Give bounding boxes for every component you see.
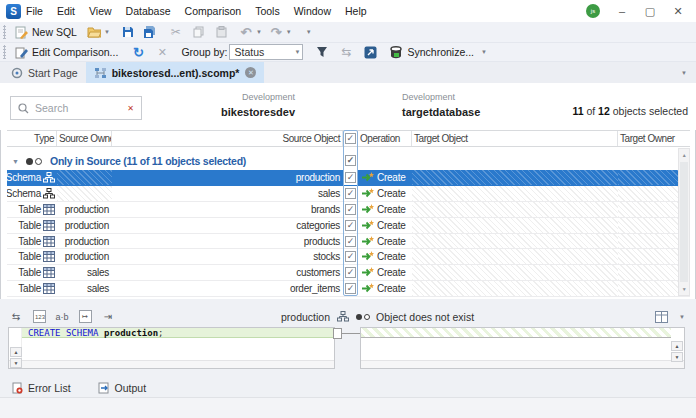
save-icon[interactable]	[121, 25, 135, 39]
cancel-icon[interactable]: ✕	[155, 45, 169, 59]
row-checkbox-cell[interactable]	[343, 202, 358, 217]
refresh-icon[interactable]: ↻	[131, 45, 145, 59]
menu-tools[interactable]: Tools	[248, 2, 287, 20]
search-input[interactable]: Search ✕	[10, 96, 142, 120]
group-checkbox[interactable]	[345, 155, 356, 166]
open-dropdown-caret[interactable]: ▼	[101, 29, 113, 35]
cut-icon[interactable]: ✂	[169, 25, 183, 39]
row-checkbox[interactable]	[345, 172, 356, 183]
row-checkbox[interactable]	[345, 236, 356, 247]
open-file-icon[interactable]	[87, 25, 101, 39]
synchronize-button[interactable]: Synchronize...	[385, 45, 478, 59]
grid-row[interactable]: Table production products Create	[7, 234, 690, 250]
clear-search-icon[interactable]: ✕	[127, 104, 134, 113]
grid-row[interactable]: Table production brands Create	[7, 202, 690, 218]
paste-icon[interactable]	[215, 25, 229, 39]
row-checkbox-cell[interactable]	[343, 281, 358, 296]
menu-view[interactable]: View	[82, 2, 119, 20]
compare-mode-icon[interactable]: ⇆	[9, 310, 23, 324]
close-button[interactable]: ✕	[664, 1, 692, 21]
report-icon[interactable]	[363, 45, 377, 59]
menu-edit[interactable]: Edit	[50, 2, 82, 20]
grid-scrollbar[interactable]: ▲ ▼	[678, 148, 690, 296]
target-hscroll[interactable]	[361, 360, 684, 368]
prev-difference-icon[interactable]: ↦	[78, 310, 92, 324]
grid-row[interactable]: Table production categories Create	[7, 218, 690, 234]
layout-dropdown-caret[interactable]: ▼	[676, 314, 688, 320]
word-compare-icon[interactable]: a·b	[55, 310, 69, 324]
row-operation-cell[interactable]: Create	[358, 186, 412, 201]
target-scroll-buttons[interactable]: ▲▼	[671, 341, 683, 363]
new-sql-button[interactable]: New SQL	[10, 25, 81, 39]
row-checkbox[interactable]	[345, 220, 356, 231]
edit-comparison-button[interactable]: Edit Comparison...	[10, 45, 122, 59]
row-checkbox[interactable]	[345, 188, 356, 199]
source-scroll-buttons[interactable]: ▲▼	[10, 347, 22, 369]
error-list-tab[interactable]: Error List	[10, 381, 71, 395]
menu-comparison[interactable]: Comparison	[178, 2, 249, 20]
row-checkbox-cell[interactable]	[343, 234, 358, 249]
row-checkbox-cell[interactable]	[343, 249, 358, 264]
scroll-up-icon[interactable]: ▲	[679, 150, 689, 160]
menu-help[interactable]: Help	[338, 2, 374, 20]
row-checkbox[interactable]	[345, 267, 356, 278]
tab-document[interactable]: bikestoresd...ent).scomp* ✕	[86, 62, 265, 83]
synchronize-dropdown-caret[interactable]: ▼	[478, 49, 490, 55]
row-checkbox-cell[interactable]	[343, 265, 358, 280]
redo-icon[interactable]: ↷	[269, 25, 283, 39]
row-checkbox[interactable]	[345, 283, 356, 294]
row-operation-cell[interactable]: Create	[358, 218, 412, 233]
menu-file[interactable]: File	[19, 2, 50, 20]
layout-icon[interactable]	[654, 310, 668, 324]
grid-row[interactable]: Schema sales Create	[7, 186, 690, 202]
row-checkbox-cell[interactable]	[343, 186, 358, 201]
filter-icon[interactable]	[315, 45, 329, 59]
group-by-select[interactable]: Status ▼	[229, 44, 303, 60]
row-checkbox-cell[interactable]	[343, 170, 358, 185]
row-operation-cell[interactable]: Create	[358, 281, 412, 296]
user-avatar[interactable]: js	[586, 4, 600, 18]
row-operation-cell[interactable]: Create	[358, 234, 412, 249]
row-checkbox[interactable]	[345, 251, 356, 262]
output-tab[interactable]: Output	[97, 381, 147, 395]
grid-row[interactable]: Table production stocks Create	[7, 249, 690, 265]
grid-row[interactable]: Table sales order_items Create	[7, 281, 690, 297]
scroll-down-icon[interactable]: ▼	[679, 284, 689, 294]
undo-dropdown-caret[interactable]: ▼	[253, 29, 265, 35]
row-checkbox-cell[interactable]	[343, 218, 358, 233]
menu-window[interactable]: Window	[287, 2, 338, 20]
line-numbers-icon[interactable]: 123	[32, 310, 46, 324]
row-operation-cell[interactable]: Create	[358, 202, 412, 217]
column-header-target-owner[interactable]: Target Owner	[618, 131, 678, 146]
copy-icon[interactable]	[192, 25, 206, 39]
row-operation-cell[interactable]: Create	[358, 265, 412, 280]
column-header-target-object[interactable]: Target Object	[412, 131, 618, 146]
target-script-pane[interactable]: ▲▼	[360, 327, 685, 369]
group-collapse-icon[interactable]: ▼	[7, 158, 23, 165]
tab-close-icon[interactable]: ✕	[245, 67, 256, 78]
column-header-operation[interactable]: Operation	[358, 131, 412, 146]
menu-database[interactable]: Database	[119, 2, 178, 20]
grid-row[interactable]: Schema production Create	[7, 170, 690, 186]
redo-dropdown-caret[interactable]: ▼	[283, 29, 295, 35]
group-row-only-in-source[interactable]: ▼ Only in Source (11 of 11 objects selec…	[7, 152, 690, 170]
next-difference-icon[interactable]: ⇥	[101, 310, 115, 324]
row-checkbox[interactable]	[345, 204, 356, 215]
row-operation-cell[interactable]: Create	[358, 170, 412, 185]
swap-icon[interactable]: ⇆	[339, 45, 353, 59]
maximize-button[interactable]: ▢	[636, 1, 664, 21]
select-all-checkbox[interactable]	[345, 133, 356, 144]
column-header-type[interactable]: Type	[7, 131, 57, 146]
scroll-thumb[interactable]	[680, 162, 688, 282]
tab-list-caret[interactable]: ▼	[678, 70, 690, 76]
column-header-checkbox[interactable]	[343, 131, 358, 146]
grid-row[interactable]: Table sales customers Create	[7, 265, 690, 281]
source-hscroll[interactable]	[9, 360, 334, 368]
undo-icon[interactable]: ↶	[239, 25, 253, 39]
column-header-source-owner[interactable]: Source Owner	[57, 131, 112, 146]
column-header-source-object[interactable]: Source Object	[112, 131, 343, 146]
toolbar-overflow-caret[interactable]: ▼	[303, 29, 315, 35]
tab-start-page[interactable]: Start Page	[2, 62, 86, 83]
minimize-button[interactable]: –	[608, 1, 636, 21]
save-all-icon[interactable]	[143, 25, 157, 39]
